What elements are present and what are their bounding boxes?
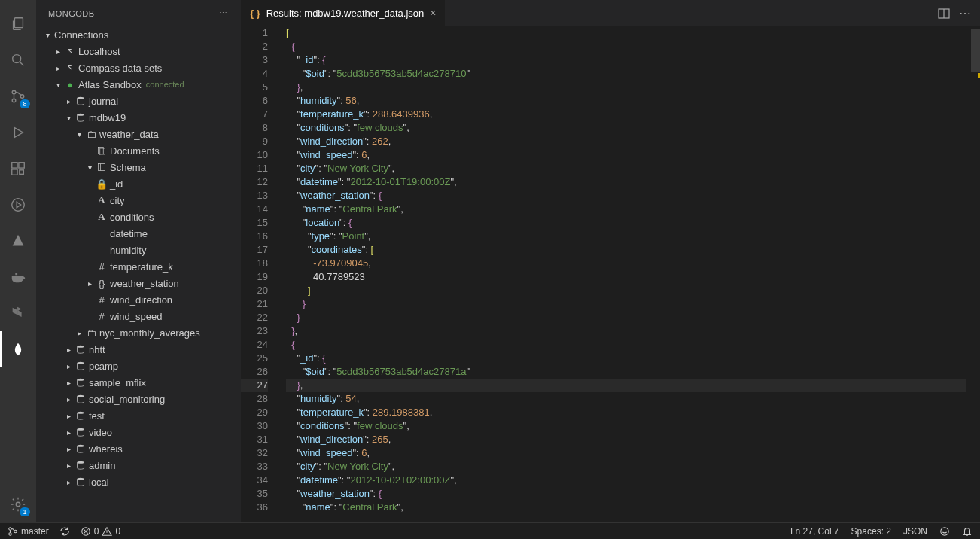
field-temperature[interactable]: #temperature_k <box>36 258 241 275</box>
docker-icon[interactable] <box>0 259 36 295</box>
db-pcamp[interactable]: ▸pcamp <box>36 358 241 374</box>
conn-localhost[interactable]: ▸Localhost <box>36 43 241 59</box>
svg-point-22 <box>78 445 84 447</box>
svg-point-11 <box>78 97 84 99</box>
conn-compass[interactable]: ▸Compass data sets <box>36 59 241 76</box>
sb-cursor[interactable]: Ln 27, Col 7 <box>790 526 839 537</box>
schema-node[interactable]: ▾Schema <box>36 159 241 175</box>
svg-point-12 <box>78 114 84 116</box>
azure-icon[interactable] <box>0 223 36 259</box>
svg-point-18 <box>78 379 84 381</box>
sb-errors[interactable]: 0 0 <box>81 526 120 537</box>
db-video[interactable]: ▸video <box>36 424 241 440</box>
svg-point-10 <box>16 502 20 507</box>
svg-point-20 <box>78 412 84 414</box>
settings-badge: 1 <box>20 507 30 516</box>
sidebar: MONGODB ⋯ ▾Connections ▸Localhost ▸Compa… <box>36 0 241 522</box>
field-humidity[interactable]: humidity <box>36 242 241 258</box>
connections-tree: ▾Connections ▸Localhost ▸Compass data se… <box>36 26 241 522</box>
conn-atlas[interactable]: ▾●Atlas Sandboxconnected <box>36 76 241 93</box>
scm-badge: 8 <box>20 99 30 108</box>
db-journal[interactable]: ▸journal <box>36 93 241 109</box>
documents-node[interactable]: Documents <box>36 142 241 159</box>
connections-header[interactable]: ▾Connections <box>36 26 241 43</box>
svg-rect-0 <box>14 18 23 28</box>
db-whereis[interactable]: ▸whereis <box>36 440 241 457</box>
more-icon[interactable]: ⋯ <box>219 8 229 18</box>
svg-point-17 <box>78 362 84 364</box>
svg-point-9 <box>12 199 25 212</box>
sidebar-title: MONGODB <box>48 9 95 18</box>
search-icon[interactable] <box>0 42 36 78</box>
svg-rect-6 <box>19 163 24 168</box>
close-icon[interactable]: × <box>430 7 436 19</box>
minimap[interactable] <box>966 26 980 522</box>
db-social[interactable]: ▸social_monitoring <box>36 391 241 407</box>
db-nhtt[interactable]: ▸nhtt <box>36 341 241 358</box>
sb-branch[interactable]: master <box>8 526 49 537</box>
coll-nyc-avg[interactable]: ▸🗀nyc_monthly_averages <box>36 324 241 341</box>
svg-point-16 <box>78 346 84 348</box>
scm-icon[interactable]: 8 <box>0 78 36 114</box>
field-city[interactable]: Acity <box>36 192 241 209</box>
coll-weather-data[interactable]: ▾🗀weather_data <box>36 126 241 142</box>
svg-point-30 <box>941 527 949 535</box>
svg-rect-8 <box>20 170 24 175</box>
more-actions-icon[interactable]: ⋯ <box>959 6 971 20</box>
scroll-indicator[interactable] <box>971 29 980 72</box>
svg-rect-5 <box>12 163 17 168</box>
db-sample-mflix[interactable]: ▸sample_mflix <box>36 374 241 391</box>
db-mdbw19[interactable]: ▾mdbw19 <box>36 109 241 126</box>
svg-point-2 <box>12 90 16 94</box>
svg-point-1 <box>13 55 21 63</box>
svg-point-24 <box>78 478 84 480</box>
activity-bar: 8 1 <box>0 0 36 522</box>
status-bar: master 0 0 Ln 27, Col 7 Spaces: 2 JSON <box>0 522 980 539</box>
svg-point-19 <box>78 395 84 397</box>
svg-point-23 <box>78 461 84 464</box>
json-icon: { } <box>250 8 260 19</box>
tab-title: Results: mdbw19.weather_data.json <box>266 8 425 19</box>
debug-alt-icon[interactable] <box>0 187 36 223</box>
sb-bell-icon[interactable] <box>962 526 972 537</box>
svg-point-21 <box>78 428 84 431</box>
db-admin[interactable]: ▸admin <box>36 457 241 474</box>
split-editor-icon[interactable] <box>938 8 950 20</box>
svg-point-3 <box>12 99 16 102</box>
db-local[interactable]: ▸local <box>36 474 241 490</box>
svg-point-27 <box>9 532 12 535</box>
code-content[interactable]: [ { "_id": { "$oid": "5cdd3b56753ab5d4ac… <box>278 26 966 522</box>
sb-spaces[interactable]: Spaces: 2 <box>851 526 891 537</box>
field-id[interactable]: 🔒_id <box>36 175 241 192</box>
sb-lang[interactable]: JSON <box>903 526 927 537</box>
svg-point-26 <box>9 527 12 530</box>
line-gutter: 1234567891011121314151617181920212223242… <box>241 26 278 522</box>
debug-icon[interactable] <box>0 114 36 151</box>
svg-rect-7 <box>12 169 17 175</box>
mongodb-icon[interactable] <box>0 331 36 367</box>
field-weather-station[interactable]: ▸{}weather_station <box>36 275 241 291</box>
tab-bar: { } Results: mdbw19.weather_data.json × … <box>241 0 980 26</box>
field-wind-direction[interactable]: #wind_direction <box>36 291 241 308</box>
files-icon[interactable] <box>0 6 36 42</box>
field-datetime[interactable]: datetime <box>36 225 241 242</box>
sb-feedback-icon[interactable] <box>939 526 950 537</box>
svg-point-4 <box>20 95 24 99</box>
settings-icon[interactable]: 1 <box>0 486 36 522</box>
field-wind-speed[interactable]: #wind_speed <box>36 308 241 324</box>
tab-results[interactable]: { } Results: mdbw19.weather_data.json × <box>241 0 445 26</box>
field-conditions[interactable]: Aconditions <box>36 209 241 225</box>
terraform-icon[interactable] <box>0 295 36 331</box>
db-test[interactable]: ▸test <box>36 407 241 424</box>
code-editor[interactable]: 1234567891011121314151617181920212223242… <box>241 26 980 522</box>
extensions-icon[interactable] <box>0 151 36 187</box>
svg-rect-15 <box>99 164 105 171</box>
sb-sync[interactable] <box>59 526 70 537</box>
editor-area: { } Results: mdbw19.weather_data.json × … <box>241 0 980 522</box>
